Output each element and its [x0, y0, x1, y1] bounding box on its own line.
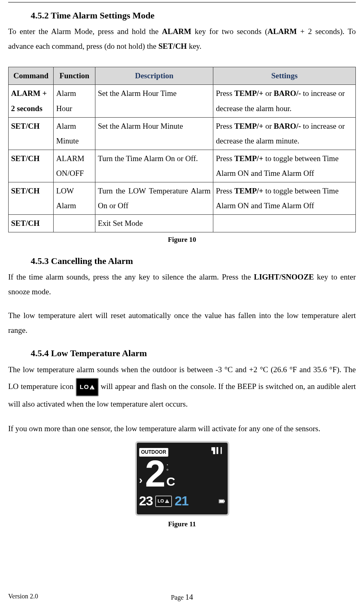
cell-command: SET/CH — [9, 117, 54, 150]
cell-settings: Press TEMP/+ or BARO/- to increase or de… — [213, 117, 356, 150]
cell-command: SET/CH — [9, 215, 54, 232]
key-temp: TEMP/+ — [234, 186, 263, 195]
text: . — [166, 459, 175, 466]
text: 14 — [185, 593, 193, 601]
figure-11-caption: Figure 11 — [8, 518, 356, 530]
signal-icon: ▝▌▍▎ — [209, 445, 225, 455]
temp-unit: . ° C — [166, 459, 175, 487]
text: Press — [216, 154, 234, 163]
main-temp-value: 2 — [145, 457, 163, 491]
key-temp: TEMP/+ — [234, 154, 263, 163]
text: C — [166, 476, 175, 487]
section-heading-453: 4.5.3 Cancelling the Alarm — [31, 254, 356, 268]
key-baro: BARO/- — [274, 122, 301, 130]
text: key. — [187, 42, 201, 50]
cell-command: ALARM + 2 seconds — [9, 85, 54, 117]
cell-settings: Press TEMP/+ or BARO/- to increase or de… — [213, 85, 356, 117]
text: key for two seconds ( — [191, 27, 267, 36]
table-row: SET/CH Exit Set Mode — [9, 215, 356, 232]
para-453-1: If the time alarm sounds, press the any … — [8, 270, 356, 299]
th-function: Function — [54, 67, 95, 85]
svg-rect-3 — [224, 500, 225, 502]
text: Press — [216, 122, 234, 130]
cell-settings: Press TEMP/+ to toggle between Time Alar… — [213, 150, 356, 182]
key-temp: TEMP/+ — [234, 89, 263, 98]
warning-triangle-icon: ! — [90, 385, 95, 389]
text: If the time alarm sounds, press the any … — [8, 273, 254, 281]
table-header-row: Command Function Description Settings — [9, 67, 356, 85]
cell-command: SET/CH — [9, 150, 54, 182]
th-description: Description — [95, 67, 213, 85]
table-row: ALARM + 2 seconds Alarm Hour Set the Ala… — [9, 85, 356, 117]
cell-function: Alarm Minute — [54, 117, 95, 150]
svg-rect-4 — [219, 500, 224, 503]
lo-text: LO — [80, 383, 89, 390]
cell-settings — [213, 215, 356, 232]
cell-settings: Press TEMP/+ to toggle between Time Alar… — [213, 182, 356, 215]
section-heading-452: 4.5.2 Time Alarm Settings Mode — [31, 8, 356, 23]
lo-temp-value: 23 — [139, 491, 153, 512]
text: SET/CH — [11, 154, 40, 163]
th-settings: Settings — [213, 67, 356, 85]
text: or — [263, 89, 274, 98]
cell-command: SET/CH — [9, 182, 54, 215]
table-row: SET/CH ALARM ON/OFF Turn the Time Alarm … — [9, 150, 356, 182]
cell-function: LOW Alarm — [54, 182, 95, 215]
battery-icon — [219, 499, 225, 503]
text: or — [263, 122, 274, 130]
lo-temperature-icon: LO! — [76, 378, 99, 396]
para-454-2: If you own more than one sensor, the low… — [8, 421, 356, 436]
text: Page — [171, 594, 185, 601]
version-label: Version 2.0 — [8, 593, 38, 600]
cell-description: Turn the LOW Temperature Alarm On or Off — [95, 182, 213, 215]
text: SET/CH — [11, 122, 40, 130]
page-number: Page 14 — [171, 591, 193, 603]
text: Press — [216, 89, 234, 98]
hi-temp-value: 21 — [174, 491, 188, 512]
key-alarm2: ALARM — [267, 27, 297, 36]
console-display-image: OUTDOOR ▝▌▍▎ › 2 . ° C 23 LO ! 21 — [135, 441, 229, 516]
page-footer: Version 2.0 Page 14 — [8, 591, 356, 602]
cell-description: Set the Alarm Hour Minute — [95, 117, 213, 150]
para-452: To enter the Alarm Mode, press and hold … — [8, 24, 356, 54]
th-command: Command — [9, 67, 54, 85]
text: ALARM + 2 seconds — [11, 89, 47, 112]
key-alarm: ALARM — [162, 27, 191, 36]
cell-function: Alarm Hour — [54, 85, 95, 117]
lo-badge-text: LO — [158, 498, 164, 505]
cell-description: Turn the Time Alarm On or Off. — [95, 150, 213, 182]
table-row: SET/CH LOW Alarm Turn the LOW Temperatur… — [9, 182, 356, 215]
text: Press — [216, 186, 234, 195]
para-453-2: The low temperature alert will reset aut… — [8, 308, 356, 338]
chevron-right-icon: › — [139, 472, 143, 489]
lo-badge-icon: LO ! — [155, 496, 172, 507]
cell-function — [54, 215, 95, 232]
text: To enter the Alarm Mode, press and hold … — [8, 27, 162, 36]
alarm-settings-table: Command Function Description Settings AL… — [8, 67, 356, 232]
key-temp: TEMP/+ — [234, 122, 263, 130]
warning-triangle-icon: ! — [165, 499, 170, 503]
key-light-snooze: LIGHT/SNOOZE — [254, 273, 314, 281]
text: SET/CH — [11, 219, 40, 227]
svg-text:!: ! — [167, 500, 167, 503]
cell-function: ALARM ON/OFF — [54, 150, 95, 182]
para-454-1: The low temperature alarm sounds when th… — [8, 362, 356, 412]
section-heading-454: 4.5.4 Low Temperature Alarm — [31, 346, 356, 360]
cell-description: Set the Alarm Hour Time — [95, 85, 213, 117]
figure-10-caption: Figure 10 — [8, 234, 356, 245]
table-row: SET/CH Alarm Minute Set the Alarm Hour M… — [9, 117, 356, 150]
key-setch: SET/CH — [158, 42, 187, 50]
text: SET/CH — [11, 186, 40, 195]
key-baro: BARO/- — [274, 89, 301, 98]
cell-description: Exit Set Mode — [95, 215, 213, 232]
